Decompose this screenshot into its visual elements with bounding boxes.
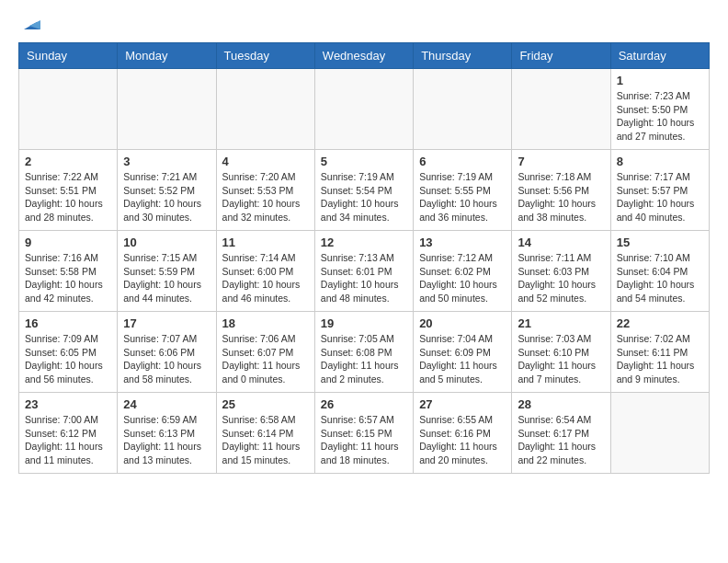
day-info: Sunrise: 7:17 AM Sunset: 5:57 PM Dayligh… [617,170,703,224]
calendar-day-cell: 11Sunrise: 7:14 AM Sunset: 6:00 PM Dayli… [216,231,314,312]
day-number: 21 [518,316,604,330]
calendar-day-cell [414,69,512,150]
calendar-day-cell: 17Sunrise: 7:07 AM Sunset: 6:06 PM Dayli… [118,312,216,393]
calendar-day-cell: 15Sunrise: 7:10 AM Sunset: 6:04 PM Dayli… [610,231,709,312]
day-info: Sunrise: 7:18 AM Sunset: 5:56 PM Dayligh… [518,170,604,224]
day-number: 9 [25,236,111,249]
day-info: Sunrise: 7:11 AM Sunset: 6:03 PM Dayligh… [518,251,604,305]
calendar-day-cell [512,69,610,150]
day-info: Sunrise: 6:57 AM Sunset: 6:15 PM Dayligh… [321,413,407,467]
calendar-header-tuesday: Tuesday [216,43,314,69]
day-info: Sunrise: 7:03 AM Sunset: 6:10 PM Dayligh… [518,332,604,386]
calendar-day-cell: 12Sunrise: 7:13 AM Sunset: 6:01 PM Dayli… [314,231,413,312]
calendar-day-cell [610,393,709,474]
day-number: 3 [123,155,210,168]
day-info: Sunrise: 6:59 AM Sunset: 6:13 PM Dayligh… [123,413,210,467]
calendar-header-monday: Monday [118,43,216,69]
day-info: Sunrise: 7:23 AM Sunset: 5:50 PM Dayligh… [617,89,703,144]
calendar-day-cell: 9Sunrise: 7:16 AM Sunset: 5:58 PM Daylig… [19,231,118,312]
day-info: Sunrise: 7:22 AM Sunset: 5:51 PM Dayligh… [25,170,111,224]
day-info: Sunrise: 7:12 AM Sunset: 6:02 PM Dayligh… [419,251,506,305]
calendar-day-cell: 5Sunrise: 7:19 AM Sunset: 5:54 PM Daylig… [314,150,413,231]
calendar-week-2: 2Sunrise: 7:22 AM Sunset: 5:51 PM Daylig… [19,150,710,231]
calendar-day-cell [118,69,216,150]
calendar-day-cell: 25Sunrise: 6:58 AM Sunset: 6:14 PM Dayli… [216,393,314,474]
calendar-header-saturday: Saturday [610,43,709,69]
day-info: Sunrise: 7:19 AM Sunset: 5:55 PM Dayligh… [419,170,506,224]
calendar-day-cell: 21Sunrise: 7:03 AM Sunset: 6:10 PM Dayli… [512,312,610,393]
logo-icon [20,13,40,33]
day-info: Sunrise: 7:09 AM Sunset: 6:05 PM Dayligh… [25,332,111,386]
header [18,15,710,33]
day-info: Sunrise: 7:13 AM Sunset: 6:01 PM Dayligh… [321,251,407,305]
day-number: 5 [321,155,407,168]
calendar-day-cell: 14Sunrise: 7:11 AM Sunset: 6:03 PM Dayli… [512,231,610,312]
calendar-day-cell: 28Sunrise: 6:54 AM Sunset: 6:17 PM Dayli… [512,393,610,474]
calendar-day-cell: 8Sunrise: 7:17 AM Sunset: 5:57 PM Daylig… [610,150,709,231]
day-number: 28 [518,397,604,411]
calendar-day-cell: 2Sunrise: 7:22 AM Sunset: 5:51 PM Daylig… [19,150,118,231]
calendar-week-1: 1Sunrise: 7:23 AM Sunset: 5:50 PM Daylig… [19,69,710,150]
day-number: 22 [617,316,703,330]
calendar-day-cell: 22Sunrise: 7:02 AM Sunset: 6:11 PM Dayli… [610,312,709,393]
calendar-header-sunday: Sunday [19,43,118,69]
page: SundayMondayTuesdayWednesdayThursdayFrid… [0,0,728,483]
calendar-day-cell: 13Sunrise: 7:12 AM Sunset: 6:02 PM Dayli… [414,231,512,312]
calendar-day-cell: 1Sunrise: 7:23 AM Sunset: 5:50 PM Daylig… [610,69,709,150]
day-number: 8 [617,155,703,168]
logo [18,15,40,33]
day-info: Sunrise: 7:02 AM Sunset: 6:11 PM Dayligh… [617,332,703,386]
day-info: Sunrise: 7:04 AM Sunset: 6:09 PM Dayligh… [419,332,506,386]
day-number: 14 [518,236,604,249]
calendar-day-cell: 16Sunrise: 7:09 AM Sunset: 6:05 PM Dayli… [19,312,118,393]
day-info: Sunrise: 7:06 AM Sunset: 6:07 PM Dayligh… [222,332,309,386]
day-number: 25 [222,397,309,411]
day-number: 4 [222,155,309,168]
day-number: 13 [419,236,506,249]
calendar-day-cell [19,69,118,150]
day-number: 27 [419,397,506,411]
day-info: Sunrise: 6:55 AM Sunset: 6:16 PM Dayligh… [419,413,506,467]
day-number: 2 [25,155,111,168]
day-info: Sunrise: 7:14 AM Sunset: 6:00 PM Dayligh… [222,251,309,305]
day-info: Sunrise: 6:54 AM Sunset: 6:17 PM Dayligh… [518,413,604,467]
calendar-day-cell: 20Sunrise: 7:04 AM Sunset: 6:09 PM Dayli… [414,312,512,393]
day-number: 26 [321,397,407,411]
calendar: SundayMondayTuesdayWednesdayThursdayFrid… [18,42,710,474]
calendar-day-cell: 10Sunrise: 7:15 AM Sunset: 5:59 PM Dayli… [118,231,216,312]
calendar-header-thursday: Thursday [414,43,512,69]
day-info: Sunrise: 7:19 AM Sunset: 5:54 PM Dayligh… [321,170,407,224]
day-number: 15 [617,236,703,249]
day-info: Sunrise: 7:16 AM Sunset: 5:58 PM Dayligh… [25,251,111,305]
calendar-day-cell: 26Sunrise: 6:57 AM Sunset: 6:15 PM Dayli… [314,393,413,474]
day-number: 10 [123,236,210,249]
day-info: Sunrise: 7:05 AM Sunset: 6:08 PM Dayligh… [321,332,407,386]
day-number: 1 [617,74,703,87]
day-info: Sunrise: 7:15 AM Sunset: 5:59 PM Dayligh… [123,251,210,305]
calendar-week-3: 9Sunrise: 7:16 AM Sunset: 5:58 PM Daylig… [19,231,710,312]
day-info: Sunrise: 7:10 AM Sunset: 6:04 PM Dayligh… [617,251,703,305]
calendar-day-cell: 3Sunrise: 7:21 AM Sunset: 5:52 PM Daylig… [118,150,216,231]
calendar-day-cell: 19Sunrise: 7:05 AM Sunset: 6:08 PM Dayli… [314,312,413,393]
calendar-week-5: 23Sunrise: 7:00 AM Sunset: 6:12 PM Dayli… [19,393,710,474]
calendar-day-cell [216,69,314,150]
day-info: Sunrise: 6:58 AM Sunset: 6:14 PM Dayligh… [222,413,309,467]
calendar-week-4: 16Sunrise: 7:09 AM Sunset: 6:05 PM Dayli… [19,312,710,393]
day-info: Sunrise: 7:00 AM Sunset: 6:12 PM Dayligh… [25,413,111,467]
day-number: 11 [222,236,309,249]
calendar-day-cell [314,69,413,150]
calendar-header-wednesday: Wednesday [314,43,413,69]
day-number: 7 [518,155,604,168]
calendar-day-cell: 4Sunrise: 7:20 AM Sunset: 5:53 PM Daylig… [216,150,314,231]
day-number: 20 [419,316,506,330]
calendar-header-friday: Friday [512,43,610,69]
calendar-day-cell: 23Sunrise: 7:00 AM Sunset: 6:12 PM Dayli… [19,393,118,474]
day-info: Sunrise: 7:20 AM Sunset: 5:53 PM Dayligh… [222,170,309,224]
day-number: 24 [123,397,210,411]
calendar-header-row: SundayMondayTuesdayWednesdayThursdayFrid… [19,43,710,69]
day-number: 17 [123,316,210,330]
calendar-day-cell: 6Sunrise: 7:19 AM Sunset: 5:55 PM Daylig… [414,150,512,231]
calendar-day-cell: 27Sunrise: 6:55 AM Sunset: 6:16 PM Dayli… [414,393,512,474]
day-number: 18 [222,316,309,330]
calendar-day-cell: 18Sunrise: 7:06 AM Sunset: 6:07 PM Dayli… [216,312,314,393]
